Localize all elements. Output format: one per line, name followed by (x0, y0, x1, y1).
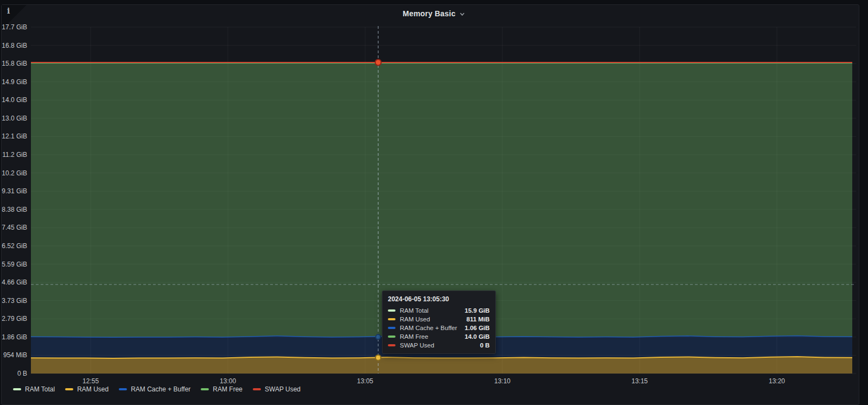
legend-label: RAM Used (77, 385, 108, 393)
legend-label: RAM Total (25, 385, 55, 393)
tooltip-timestamp: 2024-06-05 13:05:30 (388, 295, 490, 303)
legend-item[interactable]: RAM Free (201, 385, 242, 393)
tooltip-row: RAM Cache + Buffer1.06 GiB (388, 324, 490, 332)
tooltip-series-value: 811 MiB (467, 316, 490, 322)
tooltip-series-label: SWAP Used (400, 342, 434, 349)
tooltip-series-swatch-icon (388, 318, 395, 320)
crosshair-point (376, 334, 381, 339)
legend-label: RAM Cache + Buffer (131, 385, 190, 393)
legend-swatch-icon (253, 388, 261, 390)
x-axis-label: 13:05 (346, 377, 384, 385)
tooltip-series-swatch-icon (388, 336, 395, 338)
tooltip-series-label: RAM Total (400, 307, 429, 314)
tooltip-series-label: RAM Free (400, 333, 428, 340)
legend-item[interactable]: SWAP Used (253, 385, 301, 393)
tooltip-series-label: RAM Used (400, 316, 430, 322)
area-ram-used (31, 357, 852, 374)
legend-swatch-icon (119, 388, 127, 390)
y-axis-label: 11.2 GiB (0, 151, 27, 159)
legend-item[interactable]: RAM Used (65, 385, 108, 393)
tooltip-series-swatch-icon (388, 327, 395, 329)
legend: RAM TotalRAM UsedRAM Cache + BufferRAM F… (13, 385, 301, 393)
y-axis-label: 8.38 GiB (0, 206, 27, 214)
y-axis-label: 0 B (0, 370, 27, 378)
tooltip-row: RAM Free14.0 GiB (388, 332, 490, 341)
y-axis-label: 16.8 GiB (0, 42, 27, 50)
x-axis-label: 13:10 (483, 377, 521, 385)
crosshair-point (375, 355, 381, 360)
x-axis-label: 13:15 (621, 377, 659, 385)
crosshair-point (375, 59, 381, 65)
tooltip-series-label: RAM Cache + Buffer (400, 325, 457, 331)
x-axis-label: 12:55 (72, 377, 110, 385)
y-axis-label: 4.66 GiB (0, 279, 27, 287)
y-axis-label: 17.7 GiB (0, 23, 27, 31)
y-axis-label: 13.0 GiB (0, 115, 27, 123)
y-axis-label: 5.59 GiB (0, 261, 27, 269)
tooltip: 2024-06-05 13:05:30 RAM Total15.9 GiBRAM… (382, 290, 496, 354)
y-axis-label: 14.9 GiB (0, 78, 27, 86)
legend-label: SWAP Used (265, 385, 301, 393)
y-axis-label: 15.8 GiB (0, 60, 27, 68)
y-axis-label: 12.1 GiB (0, 132, 27, 141)
tooltip-row: RAM Used811 MiB (388, 315, 490, 324)
y-axis-label: 954 MiB (0, 351, 27, 359)
legend-swatch-icon (13, 388, 21, 390)
y-axis-label: 2.79 GiB (0, 315, 27, 323)
legend-item[interactable]: RAM Total (13, 385, 55, 393)
legend-item[interactable]: RAM Cache + Buffer (119, 385, 190, 393)
y-axis-label: 1.86 GiB (0, 333, 27, 341)
legend-swatch-icon (65, 388, 73, 390)
x-axis-label: 13:00 (209, 377, 247, 385)
y-axis-label: 10.2 GiB (0, 169, 27, 178)
tooltip-series-swatch-icon (388, 344, 395, 346)
tooltip-series-value: 14.0 GiB (465, 333, 490, 340)
y-axis-label: 9.31 GiB (0, 187, 27, 195)
x-axis-label: 13:20 (758, 377, 796, 385)
tooltip-series-value: 15.9 GiB (465, 307, 490, 314)
tooltip-series-swatch-icon (388, 309, 395, 312)
y-axis-label: 14.0 GiB (0, 96, 27, 104)
tooltip-series-value: 0 B (480, 342, 490, 349)
tooltip-row: SWAP Used0 B (388, 341, 490, 350)
y-axis-label: 6.52 GiB (0, 242, 27, 250)
tooltip-row: RAM Total15.9 GiB (388, 306, 490, 315)
legend-label: RAM Free (213, 385, 242, 393)
tooltip-rows: RAM Total15.9 GiBRAM Used811 MiBRAM Cach… (388, 306, 490, 350)
legend-swatch-icon (201, 388, 209, 390)
y-axis-label: 7.45 GiB (0, 224, 27, 232)
y-axis-label: 3.73 GiB (0, 297, 27, 305)
tooltip-series-value: 1.06 GiB (465, 325, 490, 331)
